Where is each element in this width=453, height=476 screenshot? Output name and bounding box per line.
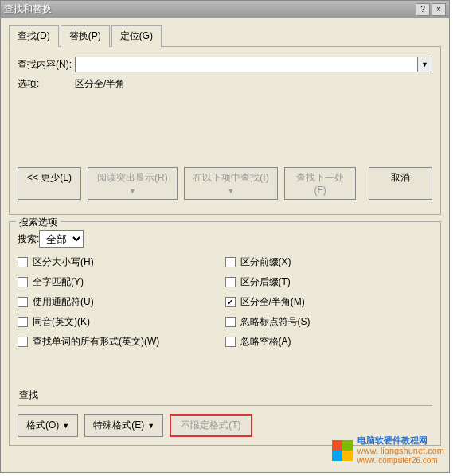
chevron-down-icon: ▼ bbox=[421, 60, 428, 68]
search-direction-select[interactable]: 全部 bbox=[39, 230, 84, 248]
find-in-button[interactable]: 在以下项中查找(I) ▼ bbox=[184, 167, 279, 200]
format-button[interactable]: 格式(O)▼ bbox=[18, 414, 78, 437]
tab-find[interactable]: 查找(D) bbox=[9, 25, 59, 47]
whole-word-checkbox[interactable]: 全字匹配(Y) bbox=[18, 275, 225, 289]
watermark-line2: www. liangshunet.com bbox=[357, 446, 444, 456]
checkbox-box-checked: ✔ bbox=[225, 297, 236, 307]
find-content-combo: ▼ bbox=[75, 57, 432, 72]
chevron-down-icon: ▼ bbox=[228, 187, 235, 195]
watermark-text: 电脑软硬件教程网 www. liangshunet.com www. compu… bbox=[357, 435, 444, 466]
find-format-label: 查找 bbox=[18, 388, 432, 402]
help-button[interactable]: ? bbox=[416, 3, 430, 16]
special-format-button[interactable]: 特殊格式(E)▼ bbox=[84, 414, 163, 437]
no-format-label: 不限定格式(T) bbox=[181, 419, 240, 431]
checkbox-box bbox=[18, 257, 28, 267]
checkbox-box bbox=[225, 277, 236, 287]
checkbox-box bbox=[225, 337, 236, 347]
find-next-button[interactable]: 查找下一处(F) bbox=[284, 167, 356, 200]
find-format-section: 查找 格式(O)▼ 特殊格式(E)▼ 不限定格式(T) bbox=[18, 388, 432, 437]
tab-panel-find: 查找内容(N): ▼ 选项: 区分全/半角 << 更少(L) 阅读突出显示(R)… bbox=[9, 47, 441, 215]
checkbox-col-left: 区分大小写(H) 全字匹配(Y) 使用通配符(U) 同音(英文)(K) 查找单词… bbox=[18, 256, 225, 349]
titlebar: 查找和替换 ? × bbox=[1, 1, 449, 18]
find-content-label: 查找内容(N): bbox=[18, 58, 75, 72]
ignore-space-label: 忽略空格(A) bbox=[240, 335, 291, 349]
tab-replace[interactable]: 替换(P) bbox=[61, 25, 110, 47]
reading-highlight-button[interactable]: 阅读突出显示(R) ▼ bbox=[88, 167, 178, 200]
less-button-label: << 更少(L) bbox=[27, 172, 72, 183]
find-in-label: 在以下项中查找(I) bbox=[193, 172, 268, 183]
close-icon: × bbox=[436, 5, 441, 14]
watermark-line3: www. computer26.com bbox=[357, 456, 444, 466]
tab-find-label: 查找(D) bbox=[18, 30, 50, 41]
tabstrip: 查找(D) 替换(P) 定位(G) bbox=[9, 25, 441, 47]
cancel-button-label: 取消 bbox=[391, 172, 410, 183]
tab-goto[interactable]: 定位(G) bbox=[111, 25, 162, 47]
no-format-button[interactable]: 不限定格式(T) bbox=[170, 414, 252, 437]
chevron-down-icon: ▼ bbox=[62, 422, 69, 430]
word-forms-label: 查找单词的所有形式(英文)(W) bbox=[33, 335, 159, 349]
checkbox-box bbox=[18, 277, 28, 287]
options-value: 区分全/半角 bbox=[75, 77, 125, 91]
tab-goto-label: 定位(G) bbox=[120, 30, 153, 41]
word-forms-checkbox[interactable]: 查找单词的所有形式(英文)(W) bbox=[18, 335, 225, 349]
find-replace-dialog: 查找和替换 ? × 查找(D) 替换(P) 定位(G) 查找内容(N): ▼ 选… bbox=[0, 0, 450, 473]
close-button[interactable]: × bbox=[432, 3, 446, 16]
action-button-row: << 更少(L) 阅读突出显示(R) ▼ 在以下项中查找(I) ▼ 查找下一处(… bbox=[18, 162, 432, 205]
match-case-label: 区分大小写(H) bbox=[33, 256, 94, 269]
watermark-line1: 电脑软硬件教程网 bbox=[357, 435, 444, 446]
checkbox-col-right: 区分前缀(X) 区分后缀(T) ✔区分全/半角(M) 忽略标点符号(S) 忽略空… bbox=[225, 256, 433, 349]
checkbox-box bbox=[18, 297, 28, 307]
options-label: 选项: bbox=[18, 77, 75, 91]
watermark: 电脑软硬件教程网 www. liangshunet.com www. compu… bbox=[332, 435, 444, 466]
ignore-punct-checkbox[interactable]: 忽略标点符号(S) bbox=[225, 315, 433, 329]
full-half-width-label: 区分全/半角(M) bbox=[240, 295, 305, 309]
search-direction-row: 搜索: 全部 bbox=[18, 230, 432, 248]
find-content-row: 查找内容(N): ▼ bbox=[18, 57, 432, 72]
checkbox-box bbox=[18, 317, 28, 327]
checkbox-box bbox=[225, 257, 236, 267]
match-prefix-label: 区分前缀(X) bbox=[240, 256, 291, 269]
whole-word-label: 全字匹配(Y) bbox=[33, 275, 84, 289]
match-prefix-checkbox[interactable]: 区分前缀(X) bbox=[225, 256, 433, 269]
match-suffix-label: 区分后缀(T) bbox=[240, 275, 291, 289]
chevron-down-icon: ▼ bbox=[129, 187, 136, 195]
cancel-button[interactable]: 取消 bbox=[369, 167, 432, 200]
tab-replace-label: 替换(P) bbox=[69, 30, 101, 41]
windows-logo-icon bbox=[332, 440, 353, 461]
wildcard-checkbox[interactable]: 使用通配符(U) bbox=[18, 295, 225, 309]
match-suffix-checkbox[interactable]: 区分后缀(T) bbox=[225, 275, 433, 289]
search-options-fieldset: 搜索选项 搜索: 全部 区分大小写(H) 全字匹配(Y) 使用通配符(U) 同音… bbox=[9, 221, 441, 446]
checkbox-box bbox=[18, 337, 28, 347]
find-content-dropdown-button[interactable]: ▼ bbox=[418, 57, 432, 72]
dialog-content: 查找(D) 替换(P) 定位(G) 查找内容(N): ▼ 选项: 区分全/半角 … bbox=[1, 18, 449, 452]
reading-highlight-label: 阅读突出显示(R) bbox=[97, 172, 168, 183]
special-format-label: 特殊格式(E) bbox=[93, 419, 144, 432]
chevron-down-icon: ▼ bbox=[147, 422, 154, 430]
find-next-label: 查找下一处(F) bbox=[296, 172, 344, 196]
checkbox-box bbox=[225, 317, 236, 327]
search-direction-label: 搜索: bbox=[18, 232, 39, 246]
format-button-row: 格式(O)▼ 特殊格式(E)▼ 不限定格式(T) bbox=[18, 405, 432, 437]
full-half-width-checkbox[interactable]: ✔区分全/半角(M) bbox=[225, 295, 433, 309]
titlebar-title: 查找和替换 bbox=[4, 2, 414, 16]
less-button[interactable]: << 更少(L) bbox=[18, 167, 81, 200]
format-button-label: 格式(O) bbox=[26, 419, 59, 432]
checkbox-columns: 区分大小写(H) 全字匹配(Y) 使用通配符(U) 同音(英文)(K) 查找单词… bbox=[18, 256, 432, 349]
find-content-input[interactable] bbox=[75, 57, 418, 72]
match-case-checkbox[interactable]: 区分大小写(H) bbox=[18, 256, 225, 269]
sounds-like-checkbox[interactable]: 同音(英文)(K) bbox=[18, 315, 225, 329]
ignore-punct-label: 忽略标点符号(S) bbox=[240, 315, 310, 329]
ignore-space-checkbox[interactable]: 忽略空格(A) bbox=[225, 335, 433, 349]
wildcard-label: 使用通配符(U) bbox=[33, 295, 94, 309]
search-options-legend: 搜索选项 bbox=[16, 216, 61, 229]
options-row: 选项: 区分全/半角 bbox=[18, 77, 432, 91]
help-icon: ? bbox=[420, 5, 425, 14]
sounds-like-label: 同音(英文)(K) bbox=[33, 315, 90, 329]
